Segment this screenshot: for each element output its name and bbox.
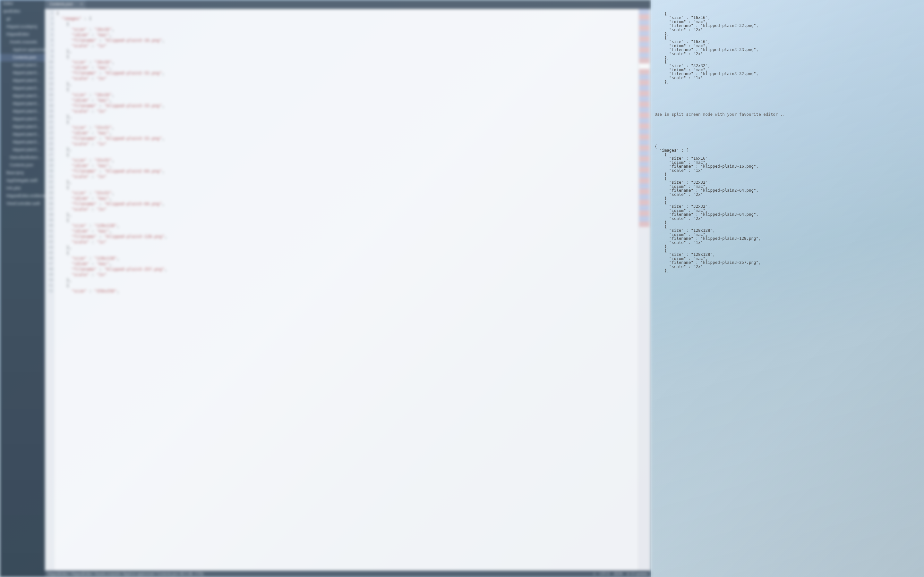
sidebar-item[interactable]: Base.lproj	[0, 169, 45, 177]
sidebar-item[interactable]: Editor	[0, 0, 45, 8]
sidebar-item[interactable]: klipped-plain3…	[0, 123, 45, 131]
code-editor[interactable]: 1 2 3 4 5 6 7 8 9 10 11 12 13 14 15 16 1…	[45, 9, 651, 571]
sidebar-item[interactable]: KlippedEditor.entitlements	[0, 192, 45, 200]
status-encoding[interactable]: UTF-8	[599, 572, 610, 576]
sidebar-item[interactable]: ViewController.swift	[0, 200, 45, 208]
sidebar-item[interactable]: StatusBarButton…	[0, 154, 45, 161]
sidebar-item[interactable]: klipped-plain3…	[0, 115, 45, 123]
sidebar-item[interactable]: Info.plist	[0, 185, 45, 192]
status-updates[interactable]: ⊘ 13 updates	[627, 572, 648, 576]
klipped-bottom-snippet[interactable]: { "images" : [ { "size" : "16x16", "idio…	[655, 144, 761, 273]
sidebar-item[interactable]: klipped-plain3…	[0, 131, 45, 139]
sidebar-item[interactable]: klipped-plain3…	[0, 139, 45, 146]
tab-contents-json[interactable]: Contents.json ×	[45, 0, 86, 9]
klipped-text-area[interactable]: { "size" : "16x16", "idiom" : "mac", "fi…	[655, 8, 921, 574]
sidebar-item[interactable]: Assets.xcassets	[0, 39, 45, 46]
code-lines[interactable]: { "images" : [ { "size" : "16x16", "idio…	[55, 9, 638, 571]
status-language[interactable]: JSON	[614, 572, 623, 576]
tab-title: Contents.json	[49, 2, 73, 6]
sidebar-item[interactable]: klipped-plain3…	[0, 92, 45, 100]
text-cursor-icon	[655, 88, 655, 92]
close-icon[interactable]: ×	[80, 2, 82, 6]
sidebar-item[interactable]: klipped-plain3…	[0, 85, 45, 92]
sidebar-item[interactable]: Contents.json	[0, 54, 45, 61]
status-bar: KlippedEditor / KlippedEditor / Assets.x…	[45, 571, 651, 577]
line-gutter: 1 2 3 4 5 6 7 8 9 10 11 12 13 14 15 16 1…	[45, 9, 55, 571]
sidebar-item[interactable]: klipped-plain3…	[0, 108, 45, 115]
sidebar-item[interactable]: git	[0, 15, 45, 23]
klipped-top-snippet[interactable]: { "size" : "16x16", "idiom" : "mac", "fi…	[655, 11, 759, 84]
sidebar-item[interactable]: AppDelegate.swift	[0, 177, 45, 185]
sidebar-item[interactable]: KlippedEditor	[0, 31, 45, 39]
sidebar-item[interactable]: klipped-plain2…	[0, 61, 45, 69]
sidebar-item[interactable]: klipped-plain3…	[0, 77, 45, 85]
sidebar-item[interactable]: klipped-plain3…	[0, 69, 45, 77]
background-editor: EditoripedEditorgitKlipped.xcodeprojKlip…	[0, 0, 651, 577]
file-tree-sidebar: EditoripedEditorgitKlipped.xcodeprojKlip…	[0, 0, 45, 577]
sidebar-item[interactable]: Contents.json	[0, 161, 45, 169]
sidebar-item[interactable]: ipedEditor	[0, 8, 45, 15]
tab-bar: Contents.json ×	[45, 0, 651, 9]
status-git-icon[interactable]: ⎋	[594, 572, 596, 576]
editor-main: Contents.json × 1 2 3 4 5 6 7 8 9 10 11 …	[45, 0, 651, 571]
klipped-pane[interactable]: { "size" : "16x16", "idiom" : "mac", "fi…	[651, 0, 924, 577]
status-path: KlippedEditor / KlippedEditor / Assets.x…	[47, 572, 204, 576]
sidebar-item[interactable]: Klipped.xcodeproj	[0, 23, 45, 31]
status-right: ⎋ UTF-8 JSON ⊘ 13 updates	[594, 572, 648, 576]
sidebar-item[interactable]: klipped-plain3…	[0, 100, 45, 108]
klipped-caption: Use in split screen mode with your favou…	[655, 112, 785, 117]
sidebar-item[interactable]: klipped-plain3…	[0, 146, 45, 154]
minimap[interactable]	[638, 9, 651, 571]
sidebar-item[interactable]: AppIcon.appiconset	[0, 46, 45, 54]
